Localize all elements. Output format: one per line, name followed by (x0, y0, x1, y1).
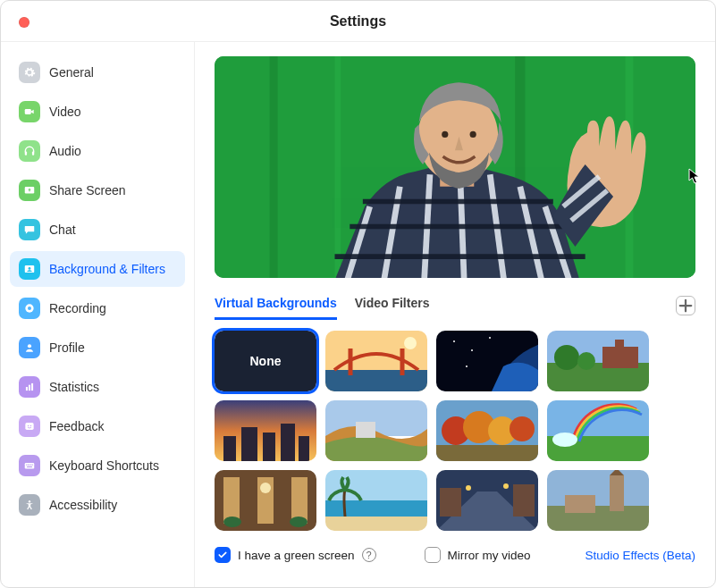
sidebar-item-accessibility[interactable]: Accessibility (10, 487, 185, 523)
background-thumb-image (436, 400, 538, 461)
svg-rect-69 (356, 422, 375, 438)
studio-effects-link[interactable]: Studio Effects (Beta) (585, 549, 695, 562)
add-background-button[interactable] (676, 296, 695, 315)
svg-point-49 (404, 337, 417, 349)
svg-rect-66 (281, 424, 295, 461)
svg-rect-18 (29, 465, 30, 466)
svg-point-84 (223, 517, 241, 527)
sidebar-item-label: Video (49, 105, 81, 119)
greenscreen-checkbox[interactable] (215, 547, 231, 563)
svg-rect-91 (513, 484, 535, 517)
sidebar-item-chat[interactable]: Chat (10, 212, 185, 248)
sidebar-item-background-filters[interactable]: Background & Filters (10, 251, 185, 287)
background-thumb-image (325, 470, 427, 531)
record-icon (19, 298, 40, 319)
svg-rect-97 (565, 495, 595, 513)
settings-content: Virtual BackgroundsVideo Filters None I … (195, 42, 715, 587)
svg-rect-59 (615, 340, 624, 349)
close-window-icon[interactable] (19, 17, 29, 28)
svg-rect-87 (325, 500, 427, 517)
svg-rect-71 (436, 445, 538, 461)
titlebar: Settings (1, 1, 715, 42)
headphones-icon (19, 140, 40, 162)
svg-rect-25 (334, 56, 341, 278)
greenscreen-label: I have a green screen (238, 549, 355, 562)
background-grid: None (215, 331, 695, 531)
svg-rect-21 (27, 466, 32, 467)
background-thumb-image (325, 400, 427, 461)
svg-rect-64 (241, 427, 257, 461)
background-thumb-image (547, 331, 649, 391)
background-thumb-none[interactable]: None (215, 331, 316, 391)
background-icon (19, 258, 40, 280)
sidebar-item-label: Recording (49, 301, 106, 315)
background-thumb-image (215, 470, 316, 531)
svg-rect-17 (28, 465, 29, 466)
sidebar-item-label: Profile (49, 340, 85, 355)
chat-icon (19, 219, 40, 240)
window-title: Settings (330, 13, 386, 29)
svg-rect-46 (325, 370, 427, 391)
video-preview (215, 56, 695, 278)
background-thumb-campus[interactable] (547, 331, 649, 391)
svg-rect-0 (25, 109, 31, 114)
background-thumb-bridge[interactable] (325, 331, 427, 391)
svg-rect-67 (299, 436, 309, 461)
svg-rect-58 (602, 347, 638, 368)
svg-point-85 (290, 517, 307, 527)
sidebar-item-label: Keyboard Shortcuts (49, 458, 159, 473)
svg-point-52 (453, 340, 455, 342)
greenscreen-help-icon[interactable]: ? (362, 548, 376, 562)
svg-point-55 (466, 365, 468, 367)
tab-video-filters[interactable]: Video Filters (355, 290, 430, 320)
tab-virtual-backgrounds[interactable]: Virtual Backgrounds (215, 290, 337, 320)
svg-point-53 (471, 349, 473, 351)
mirror-label: Mirror my video (448, 549, 531, 562)
svg-point-92 (466, 485, 471, 491)
sidebar-item-label: Feedback (49, 419, 104, 433)
sidebar-item-profile[interactable]: Profile (10, 330, 185, 365)
svg-rect-9 (26, 387, 28, 391)
svg-rect-15 (25, 463, 35, 468)
background-thumb-sunset[interactable] (215, 400, 316, 461)
check-icon (217, 550, 228, 560)
background-thumb-fall[interactable] (436, 400, 538, 461)
sidebar-item-recording[interactable]: Recording (10, 290, 185, 326)
svg-rect-95 (547, 506, 649, 531)
svg-rect-11 (31, 383, 33, 391)
svg-point-5 (29, 267, 31, 270)
background-thumb-image (436, 470, 538, 531)
video-icon (19, 101, 40, 122)
background-thumb-rainbow[interactable] (547, 400, 649, 461)
svg-rect-10 (29, 385, 30, 391)
sidebar-item-audio[interactable]: Audio (10, 133, 185, 169)
sidebar-item-share-screen[interactable]: Share Screen (10, 172, 185, 208)
background-tabs: Virtual BackgroundsVideo Filters (215, 290, 695, 320)
background-thumb-beach[interactable] (325, 470, 427, 531)
svg-point-41 (442, 131, 448, 138)
sidebar-item-general[interactable]: General (10, 55, 185, 90)
svg-point-13 (28, 425, 29, 427)
svg-rect-19 (30, 465, 31, 466)
sidebar-item-statistics[interactable]: Statistics (10, 369, 185, 405)
sidebar-item-keyboard-shortcuts[interactable]: Keyboard Shortcuts (10, 448, 185, 483)
background-thumb-lobby[interactable] (215, 470, 316, 531)
sidebar-item-label: Accessibility (49, 498, 117, 512)
background-thumb-tower[interactable] (547, 470, 649, 531)
svg-rect-1 (25, 152, 27, 155)
mirror-checkbox[interactable] (425, 547, 441, 563)
sidebar-item-label: General (49, 65, 94, 80)
svg-point-8 (28, 344, 31, 348)
background-thumb-hills[interactable] (325, 400, 427, 461)
sidebar-item-feedback[interactable]: Feedback (10, 408, 185, 444)
options-row: I have a green screen ? Mirror my video … (215, 547, 695, 563)
sidebar-item-label: Chat (49, 223, 76, 237)
background-thumb-street[interactable] (436, 470, 538, 531)
svg-point-54 (489, 337, 491, 339)
sidebar-item-video[interactable]: Video (10, 94, 185, 130)
background-thumb-image (436, 331, 538, 391)
statistics-icon (19, 376, 40, 398)
svg-point-7 (28, 307, 31, 310)
background-thumb-earth[interactable] (436, 331, 538, 391)
svg-point-78 (552, 433, 577, 447)
